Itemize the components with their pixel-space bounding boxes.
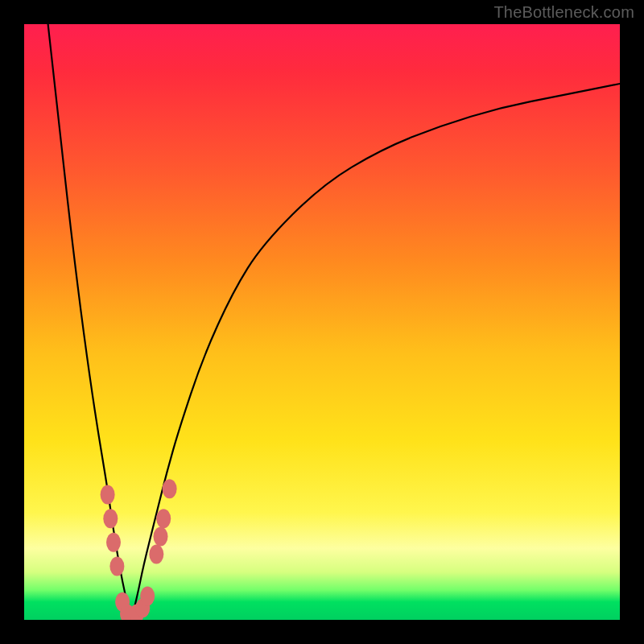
marker-point — [101, 485, 115, 505]
curve-layer — [24, 24, 620, 620]
marker-point — [154, 526, 168, 546]
marker-point — [103, 509, 118, 528]
plot-area — [24, 24, 620, 620]
marker-point — [156, 509, 171, 528]
chart-frame: TheBottleneck.com — [0, 0, 644, 644]
watermark-text: TheBottleneck.com — [493, 3, 634, 22]
curve-left-branch — [48, 24, 132, 620]
curve-right-branch — [131, 84, 620, 620]
marker-point — [163, 479, 177, 498]
marker-point — [149, 545, 163, 564]
marker-point — [140, 586, 155, 605]
highlighted-markers — [101, 479, 177, 620]
marker-point — [106, 533, 121, 552]
marker-point — [109, 556, 124, 576]
